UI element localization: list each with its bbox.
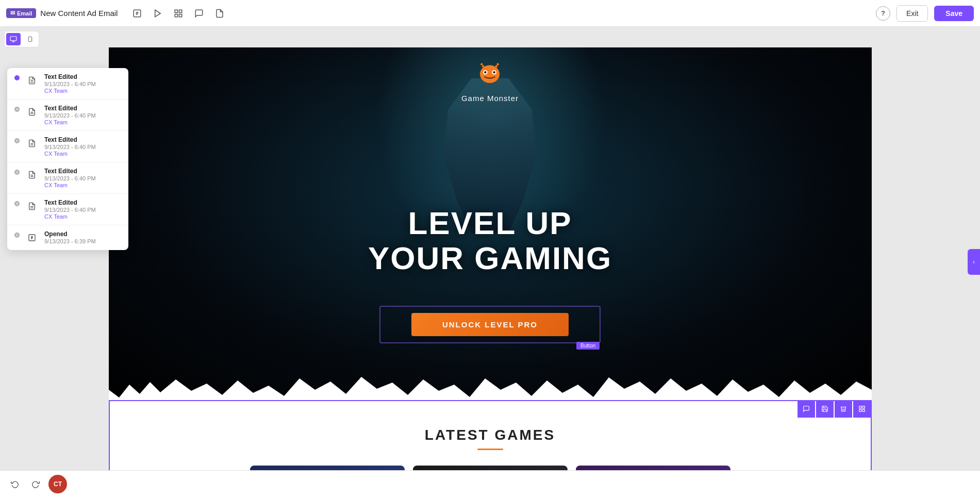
history-action-4: Text Edited [44,199,96,206]
history-team-1: CX Team [44,119,96,125]
email-canvas: Game Monster LEVEL UP YOUR GAMING UNLOCK… [109,47,872,497]
file-icon-btn[interactable] [210,4,229,23]
history-panel: Text Edited 9/13/2023 - 6:40 PM CX Team … [7,68,128,250]
email-icon: ✉ [10,10,15,16]
history-icon-5 [25,230,39,245]
grid-icon-btn[interactable] [169,4,188,23]
svg-rect-21 [862,410,865,412]
undo-button[interactable] [7,476,23,492]
hero-line1: LEVEL UP [408,205,572,241]
section-title: LATEST GAMES [130,427,850,443]
history-action-2: Text Edited [44,136,96,143]
history-team-2: CX Team [44,151,96,157]
toolbar-right: ? Exit Save [876,5,974,22]
history-content-3: Text Edited 9/13/2023 - 6:40 PM CX Team [44,168,96,188]
chevron-left-icon: ‹ [973,258,975,266]
svg-rect-4 [175,14,178,16]
hero-headline: LEVEL UP YOUR GAMING [368,206,612,276]
svg-point-17 [496,63,499,65]
logo-area: Game Monster [461,60,519,103]
history-dot-4 [14,201,20,206]
svg-point-16 [480,63,483,65]
history-team-3: CX Team [44,182,96,188]
history-team-0: CX Team [44,88,96,94]
right-panel-collapse[interactable]: ‹ [968,249,980,275]
history-dot-5 [14,233,20,238]
svg-point-14 [485,71,487,73]
document-title: New Content Ad Email [40,9,118,18]
redo-button[interactable] [28,476,43,492]
history-content-0: Text Edited 9/13/2023 - 6:40 PM CX Team [44,73,96,94]
hero-line2: YOUR GAMING [368,240,612,276]
svg-rect-18 [859,406,861,408]
history-date-1: 9/13/2023 - 6:40 PM [44,112,96,119]
svg-point-11 [480,65,500,83]
section-divider [477,449,503,450]
cta-button[interactable]: UNLOCK LEVEL PRO [411,313,569,336]
preview-icon-btn[interactable] [128,4,146,23]
svg-rect-19 [862,406,865,408]
history-date-5: 9/13/2023 - 6:39 PM [44,238,96,244]
svg-rect-2 [175,10,178,12]
toolbar-icons [128,4,229,23]
user-avatar[interactable]: CT [48,475,67,493]
mobile-device-btn[interactable] [23,33,37,45]
logo-text: Game Monster [461,94,519,103]
history-item-5[interactable]: Opened 9/13/2023 - 6:39 PM [7,225,128,250]
history-item-1[interactable]: Text Edited 9/13/2023 - 6:40 PM CX Team [7,100,128,131]
main-area: Game Monster LEVEL UP YOUR GAMING UNLOCK… [0,27,980,497]
button-tag: Button [576,342,600,350]
history-action-1: Text Edited [44,105,96,112]
history-item-2[interactable]: Text Edited 9/13/2023 - 6:40 PM CX Team [7,131,128,162]
canvas-area[interactable]: Game Monster LEVEL UP YOUR GAMING UNLOCK… [0,27,980,497]
bottom-bar: CT [0,470,980,497]
logo-icon [476,60,503,92]
exit-button[interactable]: Exit [896,5,928,22]
history-icon-4 [25,199,39,213]
desktop-device-btn[interactable] [6,33,21,45]
history-content-1: Text Edited 9/13/2023 - 6:40 PM CX Team [44,105,96,125]
history-item-4[interactable]: Text Edited 9/13/2023 - 6:40 PM CX Team [7,194,128,225]
section-more-btn[interactable] [853,400,871,418]
svg-rect-3 [179,10,182,12]
hero-section: Game Monster LEVEL UP YOUR GAMING UNLOCK… [109,47,872,400]
section-toolbar [798,400,871,418]
history-dot-2 [14,138,20,143]
history-date-0: 9/13/2023 - 6:40 PM [44,81,96,87]
comment-icon-btn[interactable] [190,4,208,23]
history-dot-3 [14,170,20,175]
history-action-3: Text Edited [44,168,96,175]
svg-rect-5 [179,14,182,16]
svg-rect-9 [28,37,31,41]
history-dot-0 [14,75,20,80]
history-date-3: 9/13/2023 - 6:40 PM [44,175,96,181]
history-icon-3 [25,168,39,182]
send-icon-btn[interactable] [148,4,167,23]
save-button[interactable]: Save [934,6,974,21]
svg-rect-6 [10,37,16,41]
history-team-4: CX Team [44,213,96,220]
history-date-2: 9/13/2023 - 6:40 PM [44,144,96,150]
history-action-0: Text Edited [44,73,96,80]
history-date-4: 9/13/2023 - 6:40 PM [44,207,96,213]
history-icon-1 [25,105,39,119]
section-delete-btn[interactable] [835,400,852,418]
history-icon-2 [25,136,39,151]
section-comment-btn[interactable] [798,400,815,418]
help-button[interactable]: ? [876,6,890,21]
svg-point-15 [493,71,495,73]
history-item-3[interactable]: Text Edited 9/13/2023 - 6:40 PM CX Team [7,162,128,194]
svg-marker-1 [155,10,161,17]
toolbar: ✉ Email New Content Ad Email ? Exit Save [0,0,980,27]
history-item-0[interactable]: Text Edited 9/13/2023 - 6:40 PM CX Team [7,68,128,100]
email-badge: ✉ Email [6,8,36,18]
history-action-5: Opened [44,230,96,238]
history-icon-0 [25,73,39,88]
svg-rect-20 [859,410,861,412]
history-dot-1 [14,107,20,112]
history-content-5: Opened 9/13/2023 - 6:39 PM [44,230,96,244]
device-bar [4,31,39,47]
history-content-4: Text Edited 9/13/2023 - 6:40 PM CX Team [44,199,96,220]
section-save-btn[interactable] [816,400,834,418]
cta-wrapper: UNLOCK LEVEL PRO Button [379,306,601,343]
